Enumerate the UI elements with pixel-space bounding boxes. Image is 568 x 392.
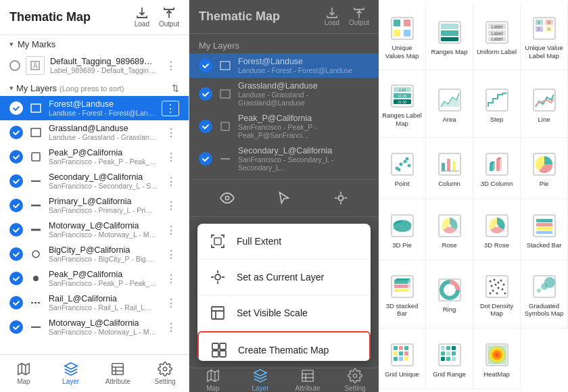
svg-rect-56 [441,37,458,41]
map-type-line[interactable]: Line [521,70,568,138]
layer-item-text: Motorway_L@California SanFrancisco - Mot… [49,318,158,336]
svg-rect-154 [404,357,408,361]
layer-item-peak2[interactable]: Peak_P@California SanFrancisco - Peak_P … [0,266,189,291]
map-type-heatmap[interactable]: HeatMap [473,328,521,389]
layer-item-grassland[interactable]: Grassland@Landuse Landuse - Grassland - … [0,120,189,145]
3d-stacked-bar-icon [389,274,415,299]
svg-rect-153 [399,357,403,361]
map-type-point[interactable]: Point [379,138,426,199]
nav-attribute[interactable]: Attribute [95,355,142,392]
map-type-ranges-label[interactable]: 1-10 11-20 21-30 Ranges Label Map [379,70,426,138]
layer-item-motorway2[interactable]: Motorway_L@California SanFrancisco - Mot… [0,315,189,339]
svg-rect-92 [442,163,445,171]
p2-item-text: Peak_P@California SanFrancisco - Peak_P … [238,114,369,139]
layer-item-bigcity[interactable]: BigCity_P@California SanFrancisco - BigC… [0,242,189,266]
layer-more-icon[interactable]: ⋮ [163,198,179,214]
svg-marker-119 [394,278,410,280]
load-button[interactable]: Load [135,7,149,28]
p2-nav-attribute[interactable]: Attribute [284,368,331,392]
layer-more-icon[interactable]: ⋮ [163,271,179,287]
visible-scale-icon [208,303,227,322]
map-type-grid-unique[interactable]: Grid Unique [379,328,426,389]
eye-button[interactable] [216,187,239,210]
unique-value-label-icon: A B C D [531,16,557,41]
marks-icon-box: A [26,56,45,75]
map-type-step[interactable]: Step [473,70,521,138]
layer-more-icon[interactable]: ⋮ [163,320,179,335]
map-type-stacked-bar[interactable]: Stacked Bar [521,199,568,260]
p2-load-btn[interactable]: Load [325,7,339,26]
map-type-rose[interactable]: Rose [426,199,473,260]
nav-setting[interactable]: Setting [141,355,189,392]
layer-item-secondary[interactable]: Secondary_L@California SanFrancisco - Se… [0,169,189,193]
nav-layer[interactable]: Layer [47,355,95,392]
menu-create-thematic[interactable]: Create Thematic Map [197,331,371,361]
grid-unique-label: Grid Unique [385,370,419,378]
svg-text:C: C [537,27,540,31]
layer-item-forest[interactable]: Forest@Landuse Landuse - Forest - Forest… [0,96,189,120]
layer-item-peak1[interactable]: Peak_P@California SanFrancisco - Peak_P … [0,145,189,169]
map-type-3d-rose[interactable]: 3D Rose [473,199,521,260]
map-type-pie[interactable]: Pie [521,138,568,199]
layer-more-icon[interactable]: ⋮ [163,174,179,189]
p2-shape-icon [217,151,233,167]
map-type-3d-stacked-bar[interactable]: 3D stacked Bar [379,260,426,328]
svg-marker-3 [31,128,41,137]
p2-nav-layer[interactable]: Layer [237,368,284,392]
map-type-unique-values[interactable]: Unique Values Map [379,3,426,70]
map-type-3d-pie[interactable]: 3D Pie [379,199,426,260]
layer-item-motorway1[interactable]: Motorway_L@California SanFrancisco - Mot… [0,218,189,242]
p2-nav-map[interactable]: Map [189,368,237,392]
sort-icon[interactable]: ⇅ [172,83,179,93]
crosshair-button[interactable] [329,187,352,210]
layer-more-icon[interactable]: ⋮ [163,222,179,238]
svg-text:1-10: 1-10 [398,88,405,92]
map-type-graduated-symbols[interactable]: Graduated Symbols Map [521,260,568,328]
layer-dashline-icon [28,295,44,311]
svg-rect-49 [394,20,400,26]
svg-point-130 [497,281,499,283]
p2-nav-setting[interactable]: Setting [331,368,379,392]
ranges-icon [437,20,463,45]
svg-text:A: A [33,62,38,70]
svg-point-109 [448,224,451,227]
map-type-ranges[interactable]: Ranges Map [426,3,473,70]
layer-more-icon[interactable]: ⋮ [163,149,179,165]
menu-visible-scale[interactable]: Set Visible Scale [197,295,371,331]
bottom-nav: Map Layer Attribute Setting [0,354,189,392]
p2-output-btn[interactable]: Output [349,7,369,26]
svg-point-47 [353,374,357,378]
layer-line-icon [28,222,44,238]
menu-full-extent[interactable]: Full Extent [197,224,371,260]
svg-marker-102 [500,157,502,171]
output-button[interactable]: Output [159,7,179,28]
map-type-grid-range[interactable]: Grid Range [426,328,473,389]
menu-set-current[interactable]: Set as Current Layer [197,260,371,295]
svg-rect-160 [446,351,450,356]
map-type-uniform-label[interactable]: Label Label Label Uniform Label [473,3,521,70]
svg-point-129 [493,278,495,280]
layer-more-icon[interactable]: ⋮ [163,125,179,141]
map-type-ring[interactable]: Ring [426,260,473,328]
layer-more-icon[interactable]: ⋮ [163,295,179,311]
radio-button[interactable] [9,60,20,71]
layer-more-icon[interactable]: ⋮ [162,101,179,116]
layer-more-icon[interactable]: ⋮ [163,247,179,262]
cursor-button[interactable] [273,187,295,210]
svg-rect-146 [394,346,398,350]
layer-item-rail[interactable]: Rail_L@California SanFrancisco - Rail_L … [0,291,189,315]
svg-marker-20 [220,62,230,70]
layer-line-icon [28,197,44,214]
layers-scroll-area[interactable]: Forest@Landuse Landuse - Forest - Forest… [0,96,189,354]
layer-item-primary[interactable]: Primary_L@California SanFrancisco - Prim… [0,193,189,218]
context-menu-card: Full Extent Set as Current Layer Set Vis… [197,224,371,361]
marks-more-icon[interactable]: ⋮ [163,58,179,74]
map-type-area[interactable]: Area [426,70,473,138]
map-type-column[interactable]: Column [426,138,473,199]
heatmap-icon [484,342,510,368]
map-type-3d-column[interactable]: 3D Column [473,138,521,199]
nav-map[interactable]: Map [0,355,47,392]
map-type-unique-value-label[interactable]: A B C D Unique Value Label Map [521,3,568,70]
map-type-dot-density[interactable]: Dot Density Map [473,260,521,328]
check-circle [9,199,23,212]
